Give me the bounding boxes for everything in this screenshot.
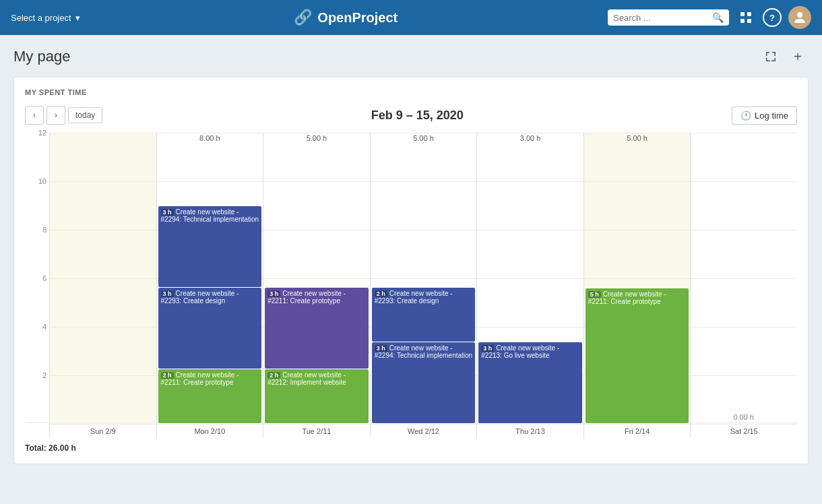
- grid-line: [477, 327, 583, 327]
- time-label: 6: [42, 274, 46, 282]
- grid-line: [371, 181, 477, 182]
- app-title: OpenProject: [317, 10, 398, 26]
- time-entry[interactable]: 2 hCreate new website - #2293: Create de…: [372, 288, 476, 342]
- hours-badge: 3 h: [161, 290, 174, 297]
- day-label: Sun 2/9: [49, 423, 156, 438]
- hours-badge: 5 h: [588, 291, 601, 298]
- day-total-label: 5.00 h: [371, 134, 477, 142]
- grid-line: [50, 181, 156, 182]
- time-label: 4: [42, 323, 46, 331]
- day-column: 5.00 h5 hCreate new website - #2211: Cre…: [583, 133, 691, 424]
- grid-line: [584, 230, 691, 230]
- grid-line-bottom: [50, 424, 156, 424]
- time-label: 8: [42, 226, 46, 234]
- time-label: 12: [38, 129, 46, 137]
- time-entry[interactable]: 3 hCreate new website - #2211: Create pr…: [265, 288, 369, 369]
- hours-badge: 3 h: [161, 209, 174, 216]
- grid-line: [584, 181, 691, 182]
- grid-line: [584, 278, 691, 279]
- spent-time-widget: MY SPENT TIME ‹ › today Feb 9 – 15, 2020…: [13, 77, 809, 464]
- corner-empty: [25, 423, 49, 438]
- day-column: 5.00 h2 hCreate new website - #2293: Cre…: [370, 133, 477, 424]
- grid-line: [691, 278, 797, 279]
- grid-line-bottom: [263, 424, 370, 424]
- time-entry[interactable]: 5 hCreate new website - #2211: Create pr…: [586, 288, 689, 423]
- search-input[interactable]: [613, 13, 708, 23]
- add-widget-button[interactable]: +: [787, 46, 809, 67]
- grid-line: [263, 181, 370, 182]
- search-box[interactable]: 🔍: [608, 9, 729, 26]
- day-total-label: 3.00 h: [477, 134, 583, 142]
- prev-week-button[interactable]: ‹: [25, 106, 44, 125]
- grid-line: [691, 375, 797, 376]
- time-label: 2: [42, 371, 46, 379]
- grid-line: [50, 327, 156, 327]
- grid-menu-button[interactable]: [736, 7, 756, 28]
- grid-line: [50, 375, 156, 376]
- chevron-down-icon: ▾: [75, 13, 80, 23]
- clock-icon: 🕐: [740, 111, 751, 121]
- time-label: 10: [38, 177, 46, 185]
- time-entry[interactable]: 3 hCreate new website - #2294: Technical…: [158, 206, 262, 287]
- hours-badge: 3 h: [267, 290, 280, 297]
- project-selector-label: Select a project: [11, 13, 71, 23]
- top-nav-right: 🔍 ?: [608, 6, 811, 29]
- grid-line-bottom: [371, 424, 477, 424]
- calendar-nav: ‹ › today: [25, 106, 102, 125]
- grid-line: [477, 278, 583, 279]
- day-label: Thu 2/13: [476, 423, 583, 438]
- grid-line: [157, 181, 263, 182]
- svg-point-4: [797, 12, 802, 18]
- day-column: [690, 133, 797, 424]
- grid-line: [263, 133, 370, 133]
- grid-line: [477, 181, 583, 182]
- grid-line: [371, 230, 477, 230]
- grand-total: Total: 26.00 h: [25, 443, 797, 453]
- page-header: My page +: [13, 46, 809, 67]
- search-icon[interactable]: 🔍: [712, 12, 724, 23]
- svg-rect-0: [740, 12, 745, 16]
- grid-line-bottom: [584, 424, 691, 424]
- day-label: Wed 2/12: [370, 423, 477, 438]
- time-entry[interactable]: 3 hCreate new website - #2294: Technical…: [372, 342, 476, 423]
- today-button[interactable]: today: [68, 107, 102, 123]
- time-column: 12108642: [25, 133, 49, 424]
- grid-line: [477, 230, 583, 230]
- fullscreen-button[interactable]: [760, 46, 782, 67]
- calendar-header: ‹ › today Feb 9 – 15, 2020 🕐 Log time: [25, 106, 797, 125]
- day-labels-row: Sun 2/9Mon 2/10Tue 2/11Wed 2/12Thu 2/13F…: [25, 422, 797, 438]
- calendar-grid-inner: 121086428.00 h3 hCreate new website - #2…: [25, 133, 797, 424]
- day-label: Sat 2/15: [690, 423, 797, 438]
- time-entry[interactable]: 3 hCreate new website - #2213: Go live w…: [478, 342, 582, 423]
- svg-rect-2: [740, 19, 745, 23]
- day-column: [49, 133, 156, 424]
- grid-line: [371, 133, 477, 133]
- calendar-range-title: Feb 9 – 15, 2020: [371, 108, 464, 123]
- bar-container: 3 hCreate new website - #2213: Go live w…: [478, 342, 582, 424]
- day-column: 8.00 h3 hCreate new website - #2294: Tec…: [156, 133, 263, 424]
- app-logo: 🔗 OpenProject: [294, 9, 398, 26]
- next-week-button[interactable]: ›: [46, 106, 65, 125]
- log-time-button[interactable]: 🕐 Log time: [732, 106, 797, 125]
- grid-line: [157, 133, 263, 133]
- grid-line: [50, 278, 156, 279]
- top-nav: Select a project ▾ 🔗 OpenProject 🔍 ?: [0, 0, 822, 35]
- hours-badge: 2 h: [375, 290, 387, 297]
- time-entry[interactable]: 2 hCreate new website - #2211: Create pr…: [158, 369, 262, 423]
- calendar-grid: 121086428.00 h3 hCreate new website - #2…: [25, 133, 797, 438]
- grid-line: [584, 133, 691, 133]
- grid-line-bottom: [477, 424, 583, 424]
- time-entry[interactable]: 3 hCreate new website - #2293: Create de…: [158, 288, 262, 369]
- grid-line: [691, 230, 797, 230]
- project-selector[interactable]: Select a project ▾: [11, 13, 84, 23]
- hours-badge: 2 h: [267, 372, 280, 379]
- page-header-actions: +: [760, 46, 809, 67]
- svg-rect-3: [747, 19, 751, 23]
- logo-icon: 🔗: [294, 9, 312, 26]
- avatar[interactable]: [788, 6, 811, 29]
- time-entry[interactable]: 2 hCreate new website - #2212: Implement…: [265, 369, 369, 423]
- bar-container: 2 hCreate new website - #2293: Create de…: [372, 288, 476, 424]
- grid-line-bottom: [157, 424, 263, 424]
- page-title: My page: [13, 48, 70, 65]
- help-button[interactable]: ?: [763, 8, 782, 27]
